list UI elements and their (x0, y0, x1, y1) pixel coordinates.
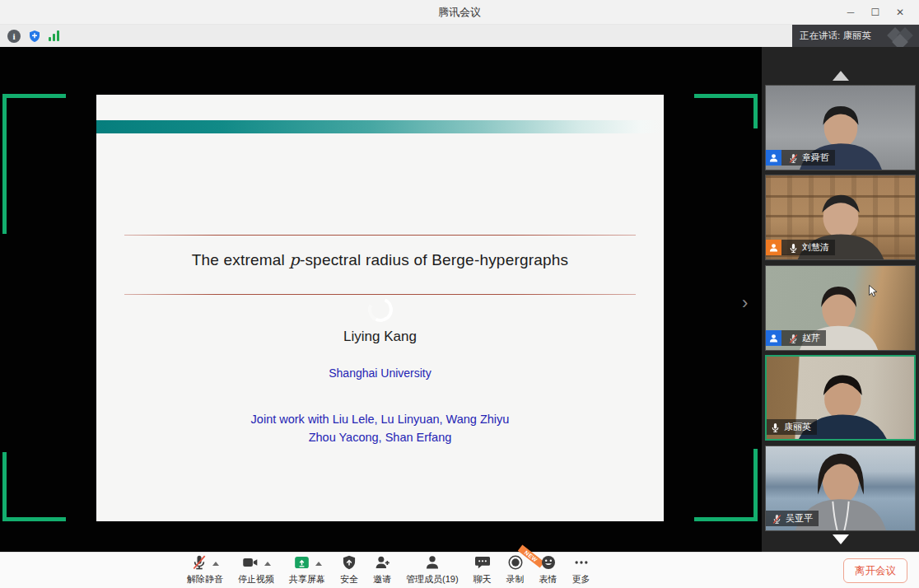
mic-muted-icon (788, 333, 799, 343)
participant-name: 赵芹 (802, 332, 820, 344)
slide-title: The extremal p-spectral radius of Berge-… (96, 250, 664, 269)
role-person-icon (766, 150, 781, 166)
name-badge: 刘慧清 (766, 240, 835, 255)
participant-name: 吴亚平 (786, 512, 813, 525)
mic-muted-icon (788, 152, 799, 163)
chat-button[interactable]: 聊天 (466, 555, 499, 586)
role-person-icon (766, 330, 781, 346)
speaking-label: 正在讲话: 康丽英 (800, 30, 871, 42)
video-tile-participant-3[interactable]: 赵芹 (765, 265, 916, 351)
name-badge: 赵芹 (766, 330, 826, 346)
chat-icon (474, 554, 491, 574)
tool-label: 停止视频 (238, 573, 274, 586)
camera-icon (241, 554, 259, 574)
shared-screen-area: The extremal p-spectral radius of Berge-… (0, 47, 762, 552)
loading-spinner-icon (364, 294, 395, 325)
close-button[interactable]: ✕ (888, 0, 912, 25)
toolbar-tools: 解除静音 停止视频 共享屏幕 (180, 555, 598, 586)
status-toolbar: i 正在讲话: 康丽英 (0, 25, 919, 47)
tool-label: 表情 (539, 573, 557, 586)
slide-accent-bar (96, 120, 664, 133)
mic-options-caret-icon[interactable] (212, 562, 219, 566)
participant-name: 刘慧清 (802, 241, 829, 254)
mic-active-icon (788, 242, 799, 253)
invite-button[interactable]: 邀请 (366, 555, 399, 586)
maximize-button[interactable]: ☐ (863, 0, 888, 25)
window-titlebar: 腾讯会议 ─ ☐ ✕ (0, 0, 919, 25)
tool-label: 共享屏幕 (289, 573, 325, 586)
video-tile-participant-5[interactable]: 吴亚平 (765, 446, 916, 531)
name-badge: 康丽英 (767, 419, 817, 435)
mic-muted-icon (772, 513, 782, 524)
meeting-info-icon[interactable]: i (7, 30, 21, 43)
tool-label: 聊天 (473, 573, 492, 586)
unmute-button[interactable]: 解除静音 (180, 555, 231, 586)
tool-label: 管理成员(19) (406, 573, 459, 586)
share-corner-marker-right-bottom (753, 449, 758, 521)
shield-icon (341, 554, 357, 574)
more-button[interactable]: 更多 (565, 555, 598, 586)
leave-meeting-button[interactable]: 离开会议 (843, 558, 907, 583)
participants-sidebar: 章舜哲 刘慧清 (762, 47, 919, 552)
share-corner-marker-left (2, 94, 7, 234)
share-corner-marker-bottom-left (2, 517, 66, 521)
tool-label: 邀请 (373, 573, 391, 586)
emoji-button[interactable]: 表情 (532, 555, 565, 586)
slide-author: Liying Kang (96, 329, 664, 345)
microphone-muted-icon (191, 554, 208, 574)
tool-label: 更多 (572, 573, 590, 586)
record-icon (507, 554, 524, 574)
participant-name: 康丽英 (784, 421, 811, 433)
network-signal-icon[interactable] (49, 30, 59, 41)
share-corner-marker-bottom-right (694, 517, 758, 521)
invite-user-icon (374, 554, 391, 574)
slide-rule-bottom (124, 294, 636, 295)
name-badge: 吴亚平 (766, 511, 819, 526)
members-icon (424, 554, 441, 574)
emoji-icon (540, 554, 557, 574)
share-corner-marker-right-top (753, 94, 758, 128)
presentation-slide: The extremal p-spectral radius of Berge-… (96, 95, 664, 521)
slide-joint-work-line2: Zhou Yacong, Shan Erfang (96, 431, 664, 444)
video-options-caret-icon[interactable] (264, 562, 271, 566)
role-person-icon (766, 240, 781, 255)
meeting-security-shield-icon[interactable] (28, 30, 41, 43)
share-corner-marker-top-right (694, 94, 758, 98)
expand-panel-chevron-icon[interactable]: › (742, 294, 748, 312)
bottom-toolbar: 解除静音 停止视频 共享屏幕 (0, 552, 919, 588)
shared-screen-stage: The extremal p-spectral radius of Berge-… (0, 47, 919, 552)
speaking-indicator: 正在讲话: 康丽英 (792, 25, 919, 47)
tool-label: 录制 (506, 573, 525, 586)
video-tile-participant-1[interactable]: 章舜哲 (765, 85, 916, 170)
app-title: 腾讯会议 (438, 5, 481, 20)
tool-label: 解除静音 (187, 573, 223, 586)
share-screen-button[interactable]: 共享屏幕 (282, 555, 333, 586)
stop-video-button[interactable]: 停止视频 (231, 555, 282, 586)
scroll-up-arrow-icon[interactable] (833, 71, 849, 81)
status-icons: i (0, 30, 59, 43)
mouse-cursor-icon (866, 284, 880, 298)
share-screen-icon (293, 554, 310, 574)
share-corner-marker-top-left (2, 94, 66, 98)
minimize-button[interactable]: ─ (838, 0, 863, 25)
slide-joint-work-line1: Joint work with Liu Lele, Lu Linyuan, Wa… (96, 413, 664, 426)
scroll-down-arrow-icon[interactable] (833, 534, 849, 544)
manage-members-button[interactable]: 管理成员(19) (399, 555, 466, 586)
share-options-caret-icon[interactable] (315, 562, 322, 566)
meeting-window: 腾讯会议 ─ ☐ ✕ i 正在讲话: 康丽英 (0, 0, 919, 588)
share-corner-marker-left-bottom (2, 452, 7, 521)
mic-active-icon (770, 422, 781, 432)
slide-rule-top (124, 235, 636, 236)
record-button[interactable]: NEW 录制 (499, 555, 532, 586)
security-button[interactable]: 安全 (333, 555, 366, 586)
tool-label: 安全 (340, 573, 358, 586)
slide-affiliation: Shanghai University (96, 366, 664, 380)
more-dots-icon (572, 554, 590, 574)
participant-name: 章舜哲 (802, 152, 829, 164)
name-badge: 章舜哲 (766, 150, 835, 166)
video-tile-participant-2[interactable]: 刘慧清 (765, 175, 916, 260)
window-controls: ─ ☐ ✕ (838, 0, 912, 25)
video-tile-participant-4-speaking[interactable]: 康丽英 (765, 355, 916, 441)
